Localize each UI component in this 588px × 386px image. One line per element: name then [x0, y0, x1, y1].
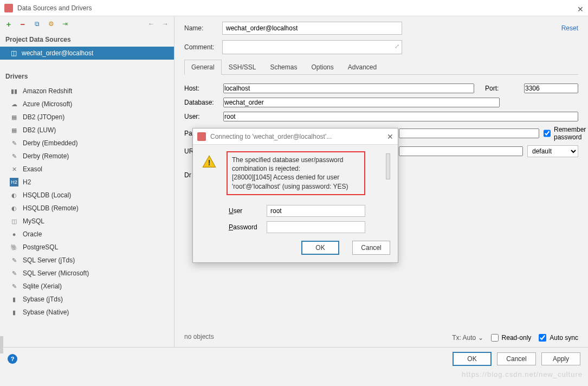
db-icon: ◐: [10, 191, 18, 200]
host-input[interactable]: [223, 83, 474, 93]
elephant-icon: 🐘: [10, 243, 18, 252]
settings-icon[interactable]: ⚙: [47, 20, 55, 28]
driver-item-sybase-native[interactable]: ▮Sybase (Native): [0, 306, 174, 319]
modal-user-input[interactable]: [267, 205, 365, 217]
driver-item-postgresql[interactable]: 🐘PostgreSQL: [0, 241, 174, 254]
modal-password-label: Password: [229, 223, 267, 231]
auto-sync-label: Auto sync: [550, 334, 578, 342]
tab-options[interactable]: Options: [304, 60, 340, 74]
add-icon[interactable]: +: [4, 20, 13, 28]
driver-item-h2[interactable]: H2H2: [0, 176, 174, 189]
driver-item-exasol[interactable]: ✕Exasol: [0, 163, 174, 176]
modal-password-input[interactable]: [267, 221, 365, 233]
sidebar-toolbar: + − ⧉ ⚙ ⇥ ← →: [0, 16, 174, 31]
driver-label: Exasol: [23, 165, 42, 173]
driver-item-db2-jtopen[interactable]: ▦DB2 (JTOpen): [0, 111, 174, 124]
warning-icon: !: [202, 155, 217, 170]
drivers-list: ▮▮Amazon Redshift ☁Azure (Microsoft) ▦DB…: [0, 85, 174, 347]
driver-label: Sybase (Native): [23, 308, 69, 316]
driver-item-azure[interactable]: ☁Azure (Microsoft): [0, 98, 174, 111]
remember-password-checkbox[interactable]: Remember password: [544, 126, 578, 141]
driver-item-derby-embedded[interactable]: ✎Derby (Embedded): [0, 137, 174, 150]
port-input[interactable]: [524, 83, 578, 93]
error-line-1: The specified database user/password com…: [232, 156, 360, 173]
driver-label: Oracle: [23, 230, 42, 238]
project-data-sources-title: Project Data Sources: [0, 31, 174, 47]
tab-general[interactable]: General: [184, 60, 222, 75]
url-mode-select[interactable]: default: [527, 145, 578, 157]
read-only-checkbox[interactable]: Read-only: [491, 334, 532, 342]
driver-item-amazon-redshift[interactable]: ▮▮Amazon Redshift: [0, 85, 174, 98]
feather-icon: ✎: [10, 256, 18, 265]
h2-icon: H2: [10, 178, 18, 186]
sidebar: + − ⧉ ⚙ ⇥ ← → Project Data Sources ◫ wec…: [0, 16, 175, 347]
driver-item-hsqldb-remote[interactable]: ◐HSQLDB (Remote): [0, 202, 174, 215]
db-icon: ▮▮: [10, 87, 18, 95]
database-label: Database:: [184, 99, 219, 106]
tab-advanced[interactable]: Advanced: [341, 60, 384, 74]
scroll-hint: [0, 336, 3, 353]
driver-label: Sqlite (Xerial): [23, 282, 62, 290]
remove-icon[interactable]: −: [18, 20, 27, 28]
driver-label: Azure (Microsoft): [23, 100, 72, 108]
driver-item-db2-luw[interactable]: ▦DB2 (LUW): [0, 124, 174, 137]
feather-icon: ✎: [10, 269, 18, 278]
app-icon: [197, 132, 206, 141]
driver-label: SQL Server (Microsoft): [23, 269, 89, 277]
host-label: Host:: [184, 85, 219, 92]
database-input[interactable]: [223, 98, 500, 107]
reset-link[interactable]: Reset: [561, 24, 578, 32]
close-icon[interactable]: ✕: [577, 5, 584, 11]
tab-ssh-ssl[interactable]: SSH/SSL: [222, 60, 263, 74]
driver-label: Derby (Embedded): [23, 139, 77, 147]
driver-label: Sybase (jTds): [23, 295, 63, 303]
oracle-icon: ●: [10, 230, 18, 239]
url-input[interactable]: [399, 146, 523, 156]
driver-item-sqlite[interactable]: ✎Sqlite (Xerial): [0, 280, 174, 293]
driver-item-sqlserver-jtds[interactable]: ✎SQL Server (jTds): [0, 254, 174, 267]
modal-cancel-button[interactable]: Cancel: [352, 241, 390, 255]
x-icon: ✕: [10, 165, 18, 173]
remember-password-label: Remember password: [554, 126, 586, 141]
expand-icon[interactable]: ⤢: [395, 43, 399, 50]
driver-item-sqlserver-ms[interactable]: ✎SQL Server (Microsoft): [0, 267, 174, 280]
data-source-item[interactable]: ◫ wechat_order@localhost: [0, 47, 174, 60]
progress-indicator: [386, 153, 390, 179]
read-only-label: Read-only: [502, 334, 532, 342]
data-source-name: wechat_order@localhost: [22, 49, 93, 57]
copy-icon[interactable]: ⧉: [33, 20, 41, 28]
driver-label: MySQL: [23, 217, 44, 225]
name-input[interactable]: [222, 22, 402, 35]
user-input[interactable]: [223, 112, 578, 121]
dialog-footer: ? OK Cancel Apply: [0, 347, 588, 370]
comment-input[interactable]: ⤢: [222, 40, 402, 54]
driver-label: DB2 (LUW): [23, 126, 56, 134]
driver-item-oracle[interactable]: ●Oracle: [0, 228, 174, 241]
modal-ok-button[interactable]: OK: [301, 241, 339, 255]
password-input[interactable]: [399, 128, 539, 138]
nav-back-icon[interactable]: ←: [147, 20, 156, 28]
tx-mode[interactable]: Tx: Auto ⌄: [452, 334, 483, 342]
no-objects-text: no objects: [184, 333, 214, 340]
feather-icon: ✎: [10, 152, 18, 160]
auto-sync-checkbox[interactable]: Auto sync: [539, 334, 578, 342]
driver-item-hsqldb-local[interactable]: ◐HSQLDB (Local): [0, 189, 174, 202]
nav-forward-icon[interactable]: →: [161, 20, 170, 28]
import-icon[interactable]: ⇥: [61, 20, 69, 28]
connection-error-dialog: Connecting to 'wechat_order@localhost'..…: [192, 128, 398, 263]
driver-label: HSQLDB (Local): [23, 191, 71, 199]
tab-schemas[interactable]: Schemas: [263, 60, 304, 74]
driver-item-mysql[interactable]: ◫MySQL: [0, 215, 174, 228]
close-icon[interactable]: ✕: [387, 132, 393, 141]
cancel-button[interactable]: Cancel: [497, 352, 536, 365]
modal-title: Connecting to 'wechat_order@localhost'..…: [210, 133, 387, 140]
driver-label: HSQLDB (Remote): [23, 204, 79, 212]
help-icon[interactable]: ?: [8, 354, 17, 364]
apply-button[interactable]: Apply: [541, 352, 580, 365]
driver-label: Amazon Redshift: [23, 87, 72, 95]
ok-button[interactable]: OK: [453, 352, 492, 366]
error-message-box: The specified database user/password com…: [227, 151, 365, 195]
driver-item-derby-remote[interactable]: ✎Derby (Remote): [0, 150, 174, 163]
driver-item-sybase-jtds[interactable]: ▮Sybase (jTds): [0, 293, 174, 306]
user-label: User:: [184, 113, 219, 120]
